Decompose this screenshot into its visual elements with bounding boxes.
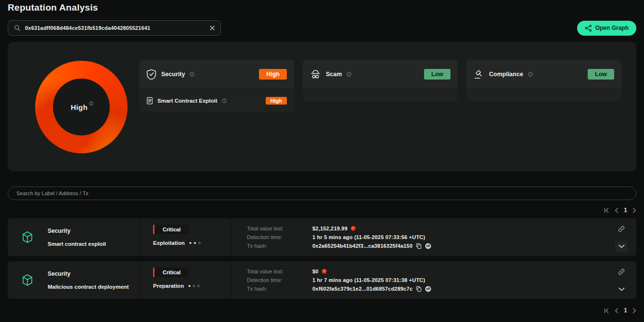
reputation-analysis-page: Reputation Analysis Open Graph High (0, 0, 644, 314)
prev-page-icon[interactable] (615, 308, 618, 313)
loss-indicator-icon (351, 226, 356, 231)
total-value-lost-row: Total value lost: $0 (247, 268, 606, 274)
chevron-down-icon (618, 287, 625, 291)
risk-level-badge: High (259, 69, 287, 80)
phase-line: Exploitation ●●○ (153, 240, 231, 246)
info-icon[interactable] (222, 98, 227, 103)
risk-gauge: High (35, 61, 128, 153)
category-subitem: Smart Contract Exploit High (139, 90, 294, 112)
clear-icon[interactable] (210, 26, 215, 30)
detection-time: 1 hr 5 mins ago (11-05-2025 07:33:56 +UT… (312, 234, 425, 240)
page-number[interactable]: 1 (624, 207, 627, 214)
pagination-top: 1 (8, 207, 636, 214)
alert-row[interactable]: Security Malicious contract deployment C… (8, 261, 636, 299)
alert-details: Total value lost: $2,152,219.99 Detectio… (231, 218, 606, 256)
risk-categories: Security High Smart Contract Exploit Hig… (139, 60, 621, 112)
severity-badge: Critical (153, 225, 189, 234)
next-page-icon[interactable] (632, 208, 636, 213)
info-icon[interactable] (89, 101, 93, 106)
alert-titles: Security Malicious contract deployment (48, 270, 129, 290)
gauge-center: High (53, 79, 110, 135)
block-explorer-icon[interactable] (425, 286, 431, 292)
first-page-icon[interactable] (604, 308, 609, 313)
tx-hash: 0x2a65254b41b42f3...ca3816325f4a150 (312, 243, 412, 249)
next-page-icon[interactable] (632, 308, 636, 313)
category-name: Security (161, 71, 185, 78)
gavel-icon (474, 69, 484, 80)
search-icon (14, 25, 21, 31)
tx-hash-row: Tx hash: 0x2a65254b41b42f3...ca3816325f4… (247, 243, 606, 249)
total-value-lost: $2,152,219.99 (312, 226, 348, 231)
attack-phase: Exploitation (153, 240, 185, 246)
alert-type: Malicious contract deployment (48, 284, 129, 290)
detection-time: 1 hr 7 mins ago (11-05-2025 07:31:38 +UT… (312, 277, 425, 283)
open-graph-button[interactable]: Open Graph (577, 21, 636, 36)
alert-row[interactable]: Security Smart contract exploit Critical… (8, 218, 636, 256)
cube-icon (22, 274, 33, 286)
alert-actions (606, 261, 636, 299)
field-label: Tx hash: (247, 286, 312, 292)
info-icon[interactable] (190, 72, 194, 77)
reputation-summary-card: High Security High (8, 42, 636, 171)
expand-button[interactable] (615, 241, 628, 252)
detection-time-row: Detection time: 1 hr 7 mins ago (11-05-2… (247, 277, 606, 283)
page-title: Reputation Analysis (8, 0, 636, 13)
category-card-scam: Scam Low (303, 60, 458, 112)
alert-severity-section: Critical Preparation ●○○ (140, 261, 231, 299)
field-label: Detection time: (247, 234, 312, 240)
field-label: Total value lost: (247, 226, 312, 231)
open-graph-label: Open Graph (595, 25, 629, 31)
risk-level-badge: Low (424, 69, 451, 80)
alert-details: Total value lost: $0 Detection time: 1 h… (231, 261, 606, 299)
prev-page-icon[interactable] (615, 208, 618, 213)
alert-type: Smart contract exploit (48, 241, 106, 247)
info-icon[interactable] (347, 72, 351, 77)
field-label: Total value lost: (247, 268, 312, 274)
category-header: Security High (139, 60, 294, 89)
category-card-compliance: Compliance Low (466, 60, 621, 112)
scammer-icon (310, 69, 321, 80)
block-explorer-icon[interactable] (425, 243, 431, 249)
alert-severity-section: Critical Exploitation ●●○ (140, 218, 231, 256)
category-name: Scam (326, 71, 342, 78)
alert-category: Security (48, 228, 106, 234)
category-name: Compliance (489, 71, 523, 78)
alert-identity: Security Malicious contract deployment (8, 261, 140, 299)
phase-progress-dots: ●○○ (188, 283, 202, 288)
link-icon[interactable] (618, 225, 625, 233)
alert-actions (606, 218, 636, 256)
field-label: Tx hash: (247, 243, 312, 249)
detection-time-row: Detection time: 1 hr 5 mins ago (11-05-2… (247, 234, 606, 240)
info-icon[interactable] (528, 72, 533, 77)
list-filter-input[interactable] (8, 187, 636, 200)
pagination-bottom: 1 (8, 307, 636, 314)
overall-risk-score: High (71, 103, 88, 111)
subcategory-name: Smart Contract Exploit (157, 98, 218, 104)
expand-button[interactable] (615, 284, 628, 295)
shield-icon (146, 69, 156, 80)
chevron-down-icon (618, 244, 625, 248)
copy-icon[interactable] (416, 243, 422, 249)
severity-badge: Critical (153, 268, 189, 277)
list-filter-bar (8, 187, 636, 200)
page-number[interactable]: 1 (624, 307, 627, 314)
tx-hash: 0xf602fa5c379c1e2...01d6857cd289c7c (312, 286, 412, 292)
category-header: Scam Low (303, 60, 458, 89)
phase-line: Preparation ●○○ (153, 283, 231, 289)
loss-indicator-icon (322, 269, 327, 274)
address-search-box (8, 20, 221, 36)
alert-titles: Security Smart contract exploit (48, 228, 106, 247)
risk-level-badge: High (266, 97, 287, 105)
copy-icon[interactable] (416, 286, 422, 292)
address-search-input[interactable] (25, 25, 206, 31)
tx-hash-row: Tx hash: 0xf602fa5c379c1e2...01d6857cd28… (247, 286, 606, 292)
top-bar: Open Graph (8, 20, 636, 36)
alert-identity: Security Smart contract exploit (8, 218, 140, 256)
field-label: Detection time: (247, 277, 312, 283)
attack-phase: Preparation (153, 283, 184, 289)
phase-progress-dots: ●●○ (189, 241, 203, 245)
first-page-icon[interactable] (604, 208, 609, 213)
category-header: Compliance Low (466, 60, 621, 89)
total-value-lost-row: Total value lost: $2,152,219.99 (247, 226, 606, 231)
link-icon[interactable] (618, 268, 625, 276)
